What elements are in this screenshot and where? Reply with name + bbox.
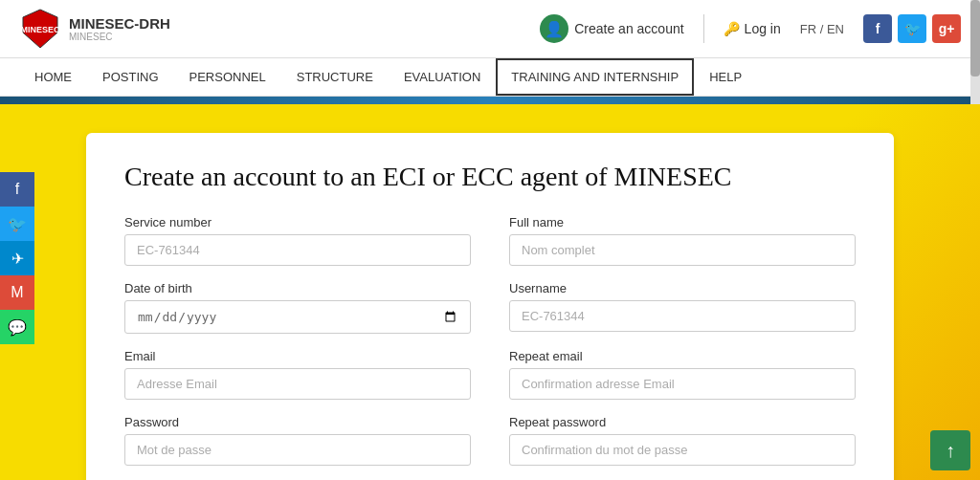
dob-group: Date of birth [124, 281, 471, 334]
username-group: Username [509, 281, 856, 334]
service-number-group: Service number [124, 215, 471, 266]
repeat-email-group: Repeat email [509, 349, 856, 400]
email-input[interactable] [124, 368, 471, 400]
logo-image: MINESEC [19, 8, 61, 50]
nav-personnel[interactable]: PERSONNEL [174, 58, 281, 96]
service-number-label: Service number [124, 215, 471, 229]
header-twitter-button[interactable]: 🐦 [898, 14, 926, 43]
logo-title: MINESEC-DRH [69, 15, 170, 32]
header-center: 👤 Create an account 🔑 Log in FR / EN f 🐦… [540, 14, 961, 43]
logo-text-area: MINESEC-DRH MINESEC [69, 15, 170, 42]
form-container: Create an account to an ECI or ECC agent… [86, 133, 894, 480]
password-input[interactable] [124, 434, 471, 466]
header-facebook-button[interactable]: f [863, 14, 892, 43]
full-name-group: Full name [509, 215, 856, 266]
repeat-password-input[interactable] [509, 434, 856, 466]
svg-text:MINESEC: MINESEC [20, 25, 60, 34]
create-account-label: Create an account [574, 21, 683, 36]
nav-posting[interactable]: POSTING [87, 58, 174, 96]
language-switcher[interactable]: FR / EN [800, 22, 844, 36]
navigation: HOME POSTING PERSONNEL STRUCTURE EVALUAT… [0, 58, 980, 97]
full-name-input[interactable] [509, 234, 856, 266]
telegram-icon: ✈ [11, 250, 24, 268]
twitter-icon: 🐦 [8, 215, 27, 233]
nav-training[interactable]: TRAINING AND INTERNSHIP [496, 58, 694, 96]
full-name-label: Full name [509, 215, 856, 229]
login-icon: 🔑 [724, 21, 740, 36]
dob-input[interactable] [124, 300, 471, 334]
scrollbar-thumb[interactable] [970, 0, 980, 76]
facebook-icon: f [15, 181, 19, 198]
nav-evaluation[interactable]: EVALUATION [389, 58, 496, 96]
header-social: f 🐦 g+ [863, 14, 961, 43]
email-label: Email [124, 349, 471, 363]
repeat-email-label: Repeat email [509, 349, 856, 363]
username-input[interactable] [509, 300, 856, 332]
person-icon: 👤 [540, 14, 568, 43]
sidebar-whatsapp-button[interactable]: 💬 [0, 310, 34, 344]
logo-subtitle: MINESEC [69, 32, 170, 42]
repeat-password-label: Repeat password [509, 415, 856, 429]
nav-structure[interactable]: STRUCTURE [281, 58, 389, 96]
arrow-up-icon: ↑ [946, 440, 955, 462]
form-title: Create an account to an ECI or ECC agent… [124, 162, 856, 192]
header-divider [703, 14, 704, 43]
login-link[interactable]: 🔑 Log in [724, 21, 781, 36]
twitter-icon: 🐦 [904, 21, 921, 36]
whatsapp-icon: 💬 [8, 318, 27, 337]
header: MINESEC MINESEC-DRH MINESEC 👤 Create an … [0, 0, 980, 58]
blue-bar [0, 97, 980, 104]
dob-label: Date of birth [124, 281, 471, 295]
scroll-to-top-button[interactable]: ↑ [930, 430, 970, 470]
facebook-icon: f [876, 21, 880, 36]
login-label: Log in [745, 21, 781, 36]
password-label: Password [124, 415, 471, 429]
password-group: Password [124, 415, 471, 466]
nav-home[interactable]: HOME [19, 58, 87, 96]
logo-area: MINESEC MINESEC-DRH MINESEC [19, 8, 170, 50]
nav-help[interactable]: HELP [694, 58, 757, 96]
service-number-input[interactable] [124, 234, 471, 266]
hero-area: Create an account to an ECI or ECC agent… [0, 104, 980, 480]
sidebar-gmail-button[interactable]: M [0, 275, 34, 310]
sidebar-telegram-button[interactable]: ✈ [0, 241, 34, 275]
sidebar-facebook-button[interactable]: f [0, 172, 34, 207]
username-label: Username [509, 281, 856, 295]
repeat-email-input[interactable] [509, 368, 856, 400]
header-googleplus-button[interactable]: g+ [932, 14, 961, 43]
gmail-icon: M [11, 284, 23, 301]
repeat-password-group: Repeat password [509, 415, 856, 466]
sidebar-social: f 🐦 ✈ M 💬 [0, 172, 34, 344]
create-account-link[interactable]: 👤 Create an account [540, 14, 683, 43]
googleplus-icon: g+ [939, 21, 955, 36]
email-group: Email [124, 349, 471, 400]
sidebar-twitter-button[interactable]: 🐦 [0, 207, 34, 241]
form-grid: Service number Full name Date of birth U… [124, 215, 856, 466]
